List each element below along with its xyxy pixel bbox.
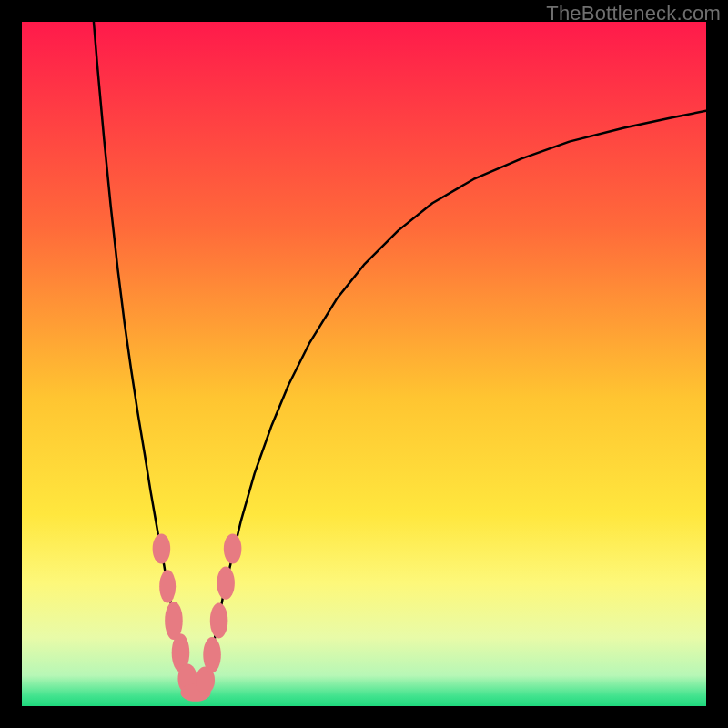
- marker-bead: [159, 570, 176, 602]
- marker-bead: [217, 567, 235, 600]
- gradient-background: [22, 22, 706, 706]
- marker-bead: [224, 534, 242, 564]
- marker-bead: [210, 602, 228, 638]
- chart-svg: [22, 22, 706, 706]
- marker-bead: [153, 534, 171, 564]
- chart-frame: TheBottleneck.com: [0, 0, 728, 728]
- plot-area: [22, 22, 706, 706]
- marker-bead: [203, 637, 221, 672]
